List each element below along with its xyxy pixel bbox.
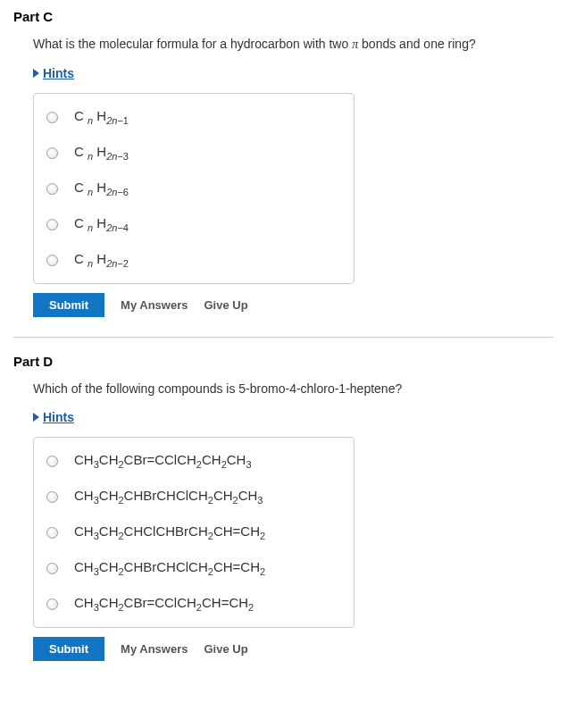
option-row[interactable]: C n H2n−6	[46, 180, 341, 197]
radio-button[interactable]	[46, 183, 58, 195]
radio-button[interactable]	[46, 112, 58, 123]
buttons-row: Submit My Answers Give Up	[33, 637, 554, 661]
formula-label: C n H2n−1	[74, 108, 129, 126]
hints-toggle[interactable]: Hints	[33, 66, 554, 80]
part-d: Part D Which of the following compounds …	[13, 354, 554, 661]
my-answers-button[interactable]: My Answers	[121, 642, 188, 656]
radio-button[interactable]	[46, 598, 58, 610]
chevron-right-icon	[33, 413, 39, 422]
option-row[interactable]: C n H2n−3	[46, 144, 341, 162]
chevron-right-icon	[33, 69, 39, 78]
part-c: Part C What is the molecular formula for…	[13, 9, 554, 317]
formula-label: CH3CH2CBr=CClCH2CH=CH2	[74, 595, 254, 613]
part-title: Part C	[13, 9, 554, 24]
divider	[13, 337, 554, 338]
radio-button[interactable]	[46, 491, 58, 503]
formula-label: C n H2n−3	[74, 144, 129, 162]
question-suffix: bonds and one ring?	[358, 37, 476, 51]
formula-label: C n H2n−2	[74, 251, 129, 269]
part-title: Part D	[13, 354, 554, 369]
formula-label: CH3CH2CHBrCHClCH2CH2CH3	[74, 488, 263, 506]
buttons-row: Submit My Answers Give Up	[33, 293, 554, 317]
my-answers-button[interactable]: My Answers	[121, 298, 188, 312]
formula-label: C n H2n−4	[74, 215, 129, 233]
hints-link[interactable]: Hints	[43, 410, 74, 424]
hints-link[interactable]: Hints	[43, 66, 74, 80]
give-up-button[interactable]: Give Up	[204, 298, 247, 312]
radio-button[interactable]	[46, 219, 58, 230]
formula-label: C n H2n−6	[74, 180, 129, 197]
option-row[interactable]: CH3CH2CHClCHBrCH2CH=CH2	[46, 523, 341, 541]
option-row[interactable]: CH3CH2CBr=CClCH2CH=CH2	[46, 595, 341, 613]
give-up-button[interactable]: Give Up	[204, 642, 247, 656]
option-row[interactable]: CH3CH2CHBrCHClCH2CH=CH2	[46, 559, 341, 577]
question-text: Which of the following compounds is 5-br…	[33, 381, 554, 396]
radio-button[interactable]	[46, 255, 58, 266]
option-row[interactable]: CH3CH2CHBrCHClCH2CH2CH3	[46, 488, 341, 506]
question-text: What is the molecular formula for a hydr…	[33, 37, 554, 52]
option-row[interactable]: C n H2n−1	[46, 108, 341, 126]
hints-toggle[interactable]: Hints	[33, 410, 554, 424]
option-row[interactable]: C n H2n−4	[46, 215, 341, 233]
options-box: C n H2n−1C n H2n−3C n H2n−6C n H2n−4C n …	[33, 93, 354, 284]
formula-label: CH3CH2CBr=CClCH2CH2CH3	[74, 452, 252, 470]
radio-button[interactable]	[46, 527, 58, 539]
option-row[interactable]: CH3CH2CBr=CClCH2CH2CH3	[46, 452, 341, 470]
formula-label: CH3CH2CHBrCHClCH2CH=CH2	[74, 559, 265, 577]
formula-label: CH3CH2CHClCHBrCH2CH=CH2	[74, 523, 265, 541]
submit-button[interactable]: Submit	[33, 293, 104, 317]
radio-button[interactable]	[46, 147, 58, 159]
option-row[interactable]: C n H2n−2	[46, 251, 341, 269]
radio-button[interactable]	[46, 456, 58, 467]
options-box: CH3CH2CBr=CClCH2CH2CH3CH3CH2CHBrCHClCH2C…	[33, 437, 354, 628]
submit-button[interactable]: Submit	[33, 637, 104, 661]
radio-button[interactable]	[46, 563, 58, 574]
question-prefix: What is the molecular formula for a hydr…	[33, 37, 352, 51]
